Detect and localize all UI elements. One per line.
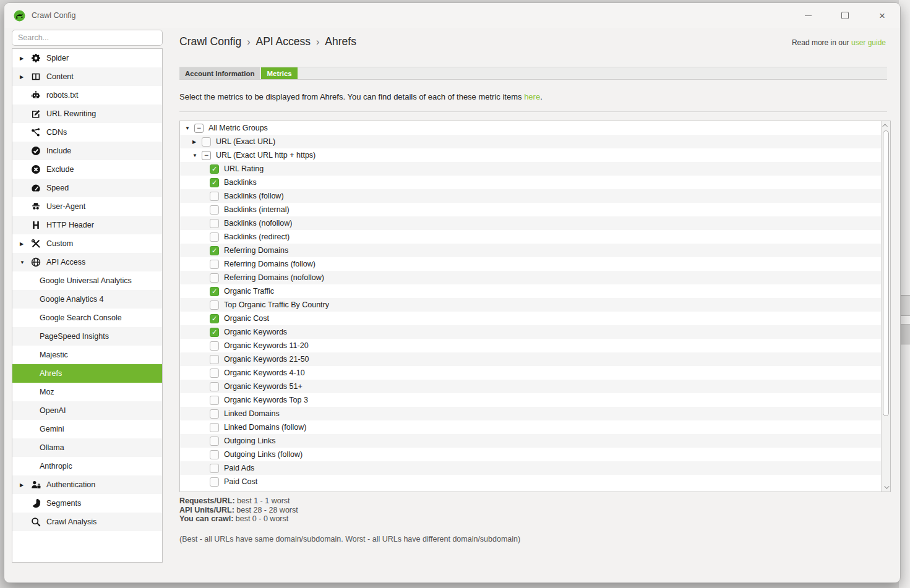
metric-row-url-exact-url-http-https[interactable]: ▼ URL (Exact URL http + https) — [180, 148, 881, 162]
checkbox-unchecked[interactable] — [210, 396, 219, 405]
chevron-right-icon[interactable]: ▶ — [20, 56, 31, 61]
sidebar-item-user-agent[interactable]: User-Agent — [12, 197, 162, 216]
checkbox-indeterminate[interactable] — [194, 124, 204, 133]
checkbox-checked[interactable] — [210, 328, 219, 337]
checkbox-unchecked[interactable] — [210, 341, 219, 351]
sidebar-item-exclude[interactable]: Exclude — [12, 160, 162, 179]
close-icon[interactable]: × — [873, 7, 891, 24]
sidebar-item-majestic[interactable]: Majestic — [12, 346, 162, 364]
tab-metrics[interactable]: Metrics — [261, 67, 297, 79]
sidebar-item-url-rewriting[interactable]: URL Rewriting — [12, 104, 162, 123]
metric-row-referring-domains-follow[interactable]: Referring Domains (follow) — [180, 257, 881, 271]
sidebar-item-google-analytics-4[interactable]: Google Analytics 4 — [12, 290, 162, 309]
tab-account-information[interactable]: Account Information — [179, 67, 260, 79]
checkbox-unchecked[interactable] — [210, 260, 219, 269]
checkbox-unchecked[interactable] — [210, 382, 219, 391]
user-guide-link[interactable]: user guide — [851, 38, 886, 47]
metric-row-backlinks[interactable]: Backlinks — [180, 176, 881, 189]
checkbox-checked[interactable] — [210, 314, 219, 323]
sidebar-item-custom[interactable]: ▶ Custom — [12, 234, 162, 253]
checkbox-unchecked[interactable] — [210, 192, 219, 201]
sidebar-item-google-search-console[interactable]: Google Search Console — [12, 309, 162, 327]
checkbox-unchecked[interactable] — [210, 300, 219, 310]
metric-row-url-exact-url[interactable]: ▶ URL (Exact URL) — [180, 135, 881, 148]
metric-row-all-metric-groups[interactable]: ▼ All Metric Groups — [180, 121, 881, 135]
checkbox-checked[interactable] — [210, 287, 219, 296]
metric-row-organic-keywords[interactable]: Organic Keywords — [180, 325, 881, 339]
checkbox-unchecked[interactable] — [210, 205, 219, 215]
metric-row-organic-traffic[interactable]: Organic Traffic — [180, 284, 881, 298]
scroll-up-icon[interactable] — [882, 121, 890, 130]
metric-row-referring-domains[interactable]: Referring Domains — [180, 244, 881, 257]
checkbox-unchecked[interactable] — [210, 423, 219, 432]
checkbox-checked[interactable] — [210, 246, 219, 255]
metric-row-backlinks-internal[interactable]: Backlinks (internal) — [180, 203, 881, 216]
sidebar-item-api-access[interactable]: ▼ API Access — [12, 253, 162, 271]
checkbox-unchecked[interactable] — [210, 219, 219, 228]
sidebar-item-spider[interactable]: ▶ Spider — [12, 49, 162, 67]
sidebar-item-moz[interactable]: Moz — [12, 383, 162, 401]
sidebar-item-include[interactable]: Include — [12, 142, 162, 160]
checkbox-unchecked[interactable] — [202, 137, 211, 147]
metric-row-organic-keywords-top-3[interactable]: Organic Keywords Top 3 — [180, 393, 881, 407]
checkbox-indeterminate[interactable] — [202, 151, 211, 160]
metric-row-outgoing-links[interactable]: Outgoing Links — [180, 434, 881, 448]
metric-row-backlinks-redirect[interactable]: Backlinks (redirect) — [180, 230, 881, 244]
checkbox-unchecked[interactable] — [210, 355, 219, 364]
chevron-right-icon[interactable]: ▶ — [20, 241, 31, 247]
checkbox-unchecked[interactable] — [210, 273, 219, 283]
minimize-icon[interactable] — [799, 7, 817, 24]
metric-row-outgoing-links-follow[interactable]: Outgoing Links (follow) — [180, 448, 881, 461]
metric-row-organic-keywords-21-50[interactable]: Organic Keywords 21-50 — [180, 352, 881, 366]
sidebar-item-segments[interactable]: Segments — [12, 494, 162, 513]
chevron-right-icon[interactable]: ▶ — [192, 139, 202, 145]
checkbox-unchecked[interactable] — [210, 437, 219, 446]
sidebar-item-google-universal-analytics[interactable]: Google Universal Analytics — [12, 271, 162, 290]
scrollbar[interactable] — [881, 121, 890, 492]
checkbox-checked[interactable] — [210, 164, 219, 174]
sidebar-item-authentication[interactable]: ▶ Authentication — [12, 475, 162, 494]
checkbox-unchecked[interactable] — [210, 369, 219, 378]
checkbox-unchecked[interactable] — [210, 450, 219, 459]
sidebar-item-cdns[interactable]: CDNs — [12, 123, 162, 142]
sidebar-item-pagespeed-insights[interactable]: PageSpeed Insights — [12, 327, 162, 346]
chevron-right-icon[interactable]: ▶ — [20, 74, 31, 80]
metric-row-organic-cost[interactable]: Organic Cost — [180, 312, 881, 325]
search-input[interactable] — [12, 30, 163, 46]
metric-row-organic-keywords-51[interactable]: Organic Keywords 51+ — [180, 380, 881, 393]
checkbox-checked[interactable] — [210, 178, 219, 187]
maximize-icon[interactable] — [836, 7, 854, 24]
metric-row-organic-keywords-4-10[interactable]: Organic Keywords 4-10 — [180, 366, 881, 380]
sidebar-item-ollama[interactable]: Ollama — [12, 438, 162, 457]
metric-row-url-rating[interactable]: URL Rating — [180, 162, 881, 176]
scroll-down-icon[interactable] — [882, 483, 890, 492]
metric-row-paid-ads[interactable]: Paid Ads — [180, 461, 881, 475]
metric-row-top-organic-traffic-by-country[interactable]: Top Organic Traffic By Country — [180, 298, 881, 312]
metric-row-organic-keywords-11-20[interactable]: Organic Keywords 11-20 — [180, 339, 881, 352]
checkbox-unchecked[interactable] — [210, 464, 219, 473]
checkbox-unchecked[interactable] — [210, 409, 219, 419]
checkbox-unchecked[interactable] — [210, 477, 219, 487]
metric-row-backlinks-follow[interactable]: Backlinks (follow) — [180, 189, 881, 203]
chevron-down-icon[interactable]: ▼ — [20, 260, 31, 265]
sidebar-item-speed[interactable]: Speed — [12, 179, 162, 197]
metric-row-paid-cost[interactable]: Paid Cost — [180, 475, 881, 488]
chevron-down-icon[interactable]: ▼ — [185, 126, 194, 131]
checkbox-unchecked[interactable] — [210, 232, 219, 242]
scrollbar-thumb[interactable] — [883, 130, 889, 416]
chevron-down-icon[interactable]: ▼ — [192, 153, 202, 158]
here-link[interactable]: here — [524, 92, 540, 101]
sidebar-item-anthropic[interactable]: Anthropic — [12, 457, 162, 475]
sidebar-item-http-header[interactable]: HTTP Header — [12, 216, 162, 234]
metric-row-linked-domains-follow[interactable]: Linked Domains (follow) — [180, 420, 881, 434]
sidebar-item-openai[interactable]: OpenAI — [12, 401, 162, 420]
metric-row-referring-domains-nofollow[interactable]: Referring Domains (nofollow) — [180, 271, 881, 284]
metric-row-linked-domains[interactable]: Linked Domains — [180, 407, 881, 420]
sidebar-item-gemini[interactable]: Gemini — [12, 420, 162, 438]
sidebar-item-content[interactable]: ▶ Content — [12, 67, 162, 86]
metric-row-backlinks-nofollow[interactable]: Backlinks (nofollow) — [180, 216, 881, 230]
sidebar-item-crawl-analysis[interactable]: Crawl Analysis — [12, 513, 162, 531]
chevron-right-icon[interactable]: ▶ — [20, 482, 31, 488]
sidebar-item-robots-txt[interactable]: robots.txt — [12, 86, 162, 104]
sidebar-item-ahrefs[interactable]: Ahrefs — [12, 364, 162, 383]
